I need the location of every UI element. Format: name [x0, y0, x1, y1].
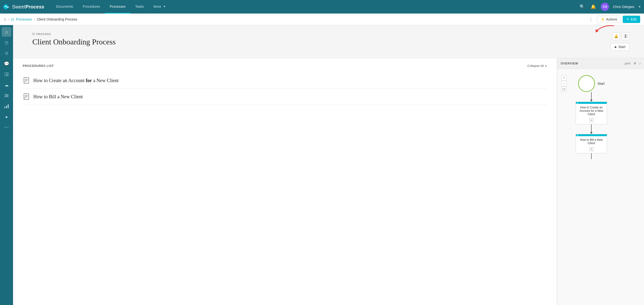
sidebar-item-chart[interactable] [2, 102, 11, 111]
svg-point-0 [4, 4, 8, 9]
breadcrumb-sep-1: › [8, 18, 10, 21]
actions-button[interactable]: ⚡ Actions [597, 16, 621, 23]
nav-tasks[interactable]: Tasks [130, 0, 149, 14]
edit-button[interactable]: ✎ Edit [623, 16, 640, 23]
flow-node-2[interactable]: 2 How to Bill a New Client + [576, 134, 607, 153]
overview-close-button[interactable]: ✕ [633, 61, 637, 66]
sidebar-item-chat[interactable]: 💬 [2, 59, 11, 68]
breadcrumb-sep-2: › [34, 18, 35, 21]
edit-pencil-icon: ✎ [626, 18, 629, 21]
notifications-button[interactable]: 🔔 [590, 3, 597, 10]
overview-header: OVERVIEW print ✕ › [557, 58, 644, 69]
svg-rect-3 [6, 73, 9, 73]
svg-rect-12 [8, 104, 9, 108]
user-name[interactable]: Chris Odogwu [613, 5, 634, 9]
flow-nodes: Start 1 [576, 75, 607, 159]
start-button[interactable]: ▶ Start [611, 43, 630, 51]
avatar[interactable]: CO [601, 3, 609, 11]
app-name: SweetProcess [12, 4, 44, 10]
chevron-up-icon: ∧ [545, 64, 547, 68]
process-label-icon: ⊡ [32, 32, 35, 36]
svg-rect-4 [4, 74, 5, 74]
svg-point-8 [5, 94, 7, 96]
nav-documents[interactable]: Documents [51, 0, 78, 14]
flow-node-1[interactable]: 1 How to Create an Account for a New Cli… [576, 102, 607, 124]
flow-node-plus-2[interactable]: + [590, 147, 593, 151]
search-button[interactable]: 🔍 [578, 3, 586, 10]
actions-lightning-icon: ⚡ [600, 18, 605, 21]
svg-rect-6 [4, 76, 5, 76]
flow-start-label: Start [598, 82, 605, 86]
process-header: ⊡ PROCESS Client Onboarding Process 🔔 [13, 25, 644, 58]
svg-rect-13 [624, 34, 626, 38]
start-play-icon: ▶ [615, 46, 617, 48]
breadcrumb-current: Client Onboarding Process [37, 18, 77, 21]
notification-icon-btn[interactable]: 🔔 [612, 32, 620, 40]
main-layout: ⌂ ◷ ⊙ 💬 ☁ [0, 25, 644, 305]
procedure-item-2[interactable]: 2 How to Bill a New Client [23, 89, 547, 105]
procedures-title: PROCEDURES LIST [23, 64, 54, 68]
procedures-panel: PROCEDURES LIST Collapse All ∧ [13, 58, 557, 305]
svg-rect-7 [6, 76, 9, 76]
svg-rect-14 [626, 34, 627, 38]
sidebar-item-list[interactable] [2, 70, 11, 79]
procedure-doc-icon-1: 1 [23, 76, 30, 84]
breadcrumb: ⌂ › ⊡ Processes › Client Onboarding Proc… [4, 17, 77, 22]
zoom-fit-button[interactable] [561, 87, 566, 92]
procedure-doc-icon-2: 2 [23, 92, 30, 101]
three-dots-button[interactable]: ⋮ [587, 16, 595, 23]
zoom-out-button[interactable]: − [561, 81, 566, 86]
svg-rect-2 [4, 73, 5, 73]
overview-title: OVERVIEW [561, 62, 578, 65]
flow-start-node [578, 75, 595, 92]
sidebar-item-group[interactable] [2, 91, 11, 100]
svg-rect-11 [6, 106, 7, 108]
svg-text:1: 1 [24, 81, 25, 83]
flow-arrow-1 [590, 92, 592, 102]
sidebar-item-home[interactable]: ⌂ [2, 27, 11, 37]
process-header-right: 🔔 ▶ Start [611, 32, 630, 51]
process-title: Client Onboarding Process [32, 38, 116, 46]
zoom-in-button[interactable]: + [561, 75, 566, 80]
flow-node-plus-1[interactable]: + [590, 118, 593, 122]
overview-actions: print ✕ › [625, 61, 640, 66]
sidebar-item-dot[interactable]: ● [2, 112, 11, 122]
nav-procedures[interactable]: Procedures [78, 0, 105, 14]
nav-processes[interactable]: Processes [105, 0, 130, 14]
process-title-area: ⊡ PROCESS Client Onboarding Process [32, 32, 116, 46]
content-area: ⊡ PROCESS Client Onboarding Process 🔔 [13, 25, 644, 305]
sidebar-item-bookmark[interactable]: ⊙ [2, 48, 11, 58]
flow-arrow-2 [590, 124, 592, 134]
process-label: ⊡ PROCESS [32, 32, 116, 36]
procedures-header: PROCEDURES LIST Collapse All ∧ [23, 64, 547, 68]
flow-node-header-1: 1 [576, 102, 607, 104]
procedure-name-1: How to Create an Account for a New Clien… [33, 78, 118, 83]
overview-panel: OVERVIEW print ✕ › + − [557, 58, 644, 305]
flow-arrow-3 [591, 153, 592, 159]
logo-icon [3, 3, 10, 11]
user-chevron-icon: ▼ [638, 5, 641, 8]
overview-next-button[interactable]: › [640, 61, 640, 66]
print-link[interactable]: print [625, 62, 630, 65]
lower-section: PROCEDURES LIST Collapse All ∧ [13, 58, 644, 305]
flow-start-row: Start [578, 75, 605, 92]
top-navigation: SweetProcess Documents Procedures Proces… [0, 0, 644, 14]
columns-icon-btn[interactable] [622, 32, 630, 40]
sidebar-item-clock[interactable]: ◷ [2, 38, 11, 47]
processes-icon: ⊡ [11, 18, 14, 21]
sidebar-item-wave[interactable]: 〰 [2, 123, 11, 132]
procedure-item-1[interactable]: 1 How to Create an Account for a New Cli… [23, 72, 547, 89]
svg-text:2: 2 [24, 97, 25, 99]
left-sidebar: ⌂ ◷ ⊙ 💬 ☁ [0, 25, 13, 305]
logo-area[interactable]: SweetProcess [3, 3, 51, 11]
nav-more[interactable]: More ▼ [149, 0, 171, 14]
svg-rect-5 [6, 74, 9, 74]
header-icon-row: 🔔 [612, 32, 630, 40]
breadcrumb-processes-link[interactable]: Processes [16, 18, 32, 21]
svg-rect-10 [4, 107, 5, 108]
sidebar-item-cloud[interactable]: ☁ [2, 80, 11, 90]
overview-content: + − [557, 69, 644, 305]
home-icon[interactable]: ⌂ [4, 17, 6, 22]
collapse-all-button[interactable]: Collapse All ∧ [527, 64, 547, 68]
breadcrumb-actions: ⋮ ⚡ Actions ✎ Edit [587, 16, 640, 23]
